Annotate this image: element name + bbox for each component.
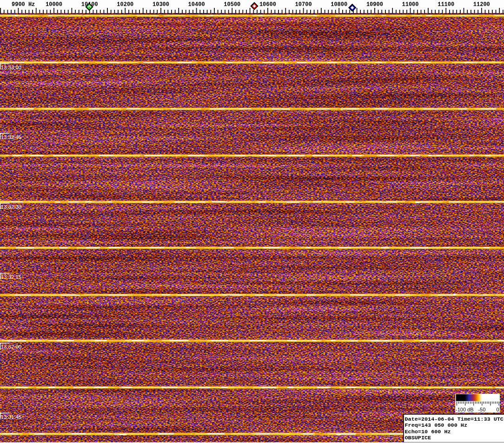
svg-text:13:32:45: 13:32:45 <box>1 134 21 140</box>
svg-text:13:32:15: 13:32:15 <box>1 274 21 280</box>
svg-text:Freq=143 050 000 Hz: Freq=143 050 000 Hz <box>405 422 468 429</box>
svg-text:9900: 9900 <box>12 1 25 8</box>
svg-text:13:32:00: 13:32:00 <box>1 344 21 350</box>
svg-text:11200: 11200 <box>473 1 490 8</box>
svg-text:13:32:30: 13:32:30 <box>1 204 21 210</box>
svg-text:11000: 11000 <box>402 1 418 8</box>
svg-text:10700: 10700 <box>295 1 312 8</box>
svg-text:10200: 10200 <box>117 1 133 8</box>
svg-text:11100: 11100 <box>438 1 454 8</box>
svg-text:0: 0 <box>496 407 499 412</box>
svg-text:10600: 10600 <box>259 1 276 8</box>
svg-text:10300: 10300 <box>153 1 169 8</box>
svg-text:10400: 10400 <box>188 1 205 8</box>
svg-text:10000: 10000 <box>46 1 62 8</box>
svg-text:OBSUPICE: OBSUPICE <box>405 435 431 441</box>
svg-text:10900: 10900 <box>366 1 383 8</box>
svg-text:Hz: Hz <box>28 1 35 8</box>
svg-text:-100 dB: -100 dB <box>456 407 474 412</box>
svg-text:Echo=10 600 Hz: Echo=10 600 Hz <box>405 429 451 435</box>
svg-text:Date=2014-06-04 Time=11:33 UTC: Date=2014-06-04 Time=11:33 UTC <box>405 416 504 423</box>
svg-text:13:31:45: 13:31:45 <box>1 414 21 420</box>
svg-text:13:33:00: 13:33:00 <box>1 65 21 70</box>
svg-text:-50: -50 <box>478 407 485 412</box>
svg-text:10800: 10800 <box>331 1 347 8</box>
svg-text:10500: 10500 <box>224 1 240 8</box>
